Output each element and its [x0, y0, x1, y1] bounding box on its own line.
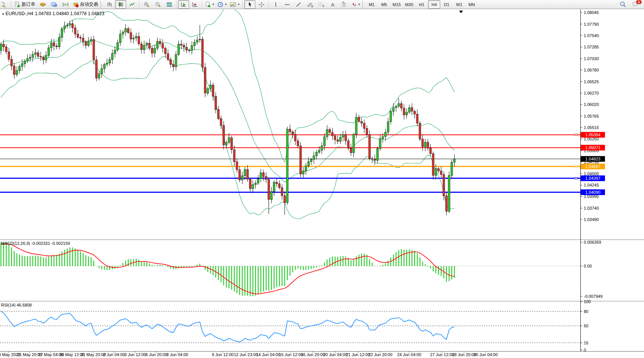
- timeframe-d1[interactable]: D1: [441, 0, 453, 9]
- signals-button[interactable]: [60, 0, 71, 9]
- navigator-button[interactable]: [48, 0, 59, 9]
- price-tick: 1.07790: [584, 22, 599, 26]
- main-toolbar: 新订单 自动交易 ▾ ▾: [0, 0, 644, 9]
- bar-chart-button[interactable]: [104, 0, 115, 9]
- macd-values: -0.002331 -0.002159: [31, 241, 70, 246]
- line-chart-icon: [129, 2, 135, 8]
- templates-button[interactable]: ▾: [228, 0, 241, 9]
- price-tick: 1.06780: [584, 68, 599, 72]
- tile-windows-button[interactable]: [164, 0, 175, 9]
- toolbar-drag-handle: [362, 1, 364, 8]
- tile-windows-icon: [166, 2, 172, 8]
- channel-icon: E: [306, 2, 313, 8]
- new-chart-icon: [205, 2, 211, 8]
- toolbar-separator: [11, 1, 11, 8]
- macd-tick: 0.00: [584, 264, 592, 268]
- search-icon: [620, 1, 626, 8]
- toolbar-right-group: 1: [617, 0, 643, 9]
- toolbar-drag-handle: [100, 1, 102, 8]
- chart-title: ▾EURUSD-,H41.04783 1.04840 1.04778 1.048…: [2, 11, 106, 16]
- line-chart-button[interactable]: [127, 0, 138, 9]
- price-tick: 1.07030: [584, 56, 599, 61]
- timeframe-m30[interactable]: M30: [403, 0, 415, 9]
- notifications-button[interactable]: 1: [630, 0, 641, 9]
- text-label-icon: T: [341, 2, 347, 8]
- crosshair-button[interactable]: [256, 0, 267, 9]
- new-order-button[interactable]: 新订单: [13, 0, 37, 9]
- arrows-button[interactable]: ▾: [350, 0, 361, 9]
- autotrading-label: 自动交易: [80, 1, 98, 8]
- toolbar-separator: [202, 1, 202, 8]
- auto-scroll-button[interactable]: [178, 0, 189, 9]
- cursor-button[interactable]: [244, 0, 255, 9]
- vertical-line-button[interactable]: [270, 0, 281, 9]
- time-tick: 22 Jun 20:00: [368, 352, 392, 357]
- time-tick: 6 Jun 20:00: [145, 352, 167, 357]
- svg-text:1.04090: 1.04090: [585, 190, 600, 195]
- time-tick: 12 Jun 23:00: [234, 352, 258, 357]
- price-tick: 1.03740: [584, 206, 599, 210]
- time-tick: 30 Jun 04:00: [474, 352, 498, 357]
- horizontal-line-button[interactable]: [281, 0, 292, 9]
- dropdown-arrow-icon: ▾: [225, 3, 227, 6]
- macd-label: MACD(12,26,9) -0.002331 -0.002159: [1, 241, 70, 246]
- toolbar-separator: [268, 1, 269, 8]
- price-tick: 1.07540: [584, 33, 599, 38]
- dropdown-arrow-icon: ▾: [358, 3, 360, 6]
- time-tick: 24 Jun 04:00: [397, 352, 421, 357]
- svg-text:E: E: [311, 5, 313, 8]
- zoom-in-button[interactable]: [141, 0, 152, 9]
- market-watch-button[interactable]: [37, 0, 48, 9]
- svg-text:1.05354: 1.05354: [585, 132, 600, 137]
- toolbar-separator: [176, 1, 177, 8]
- timeframe-m15[interactable]: M15: [391, 0, 403, 9]
- price-tick: 1.05515: [584, 125, 599, 130]
- zoom-out-button[interactable]: [152, 0, 163, 9]
- trendline-icon: [295, 2, 302, 8]
- macd-name: MACD(12,26,9): [1, 241, 30, 246]
- clipped-icon: [0, 0, 9, 9]
- chart-shift-button[interactable]: [189, 0, 200, 9]
- rsi-tick: 100: [584, 299, 591, 304]
- time-tick: 14 Jun 04:00: [256, 352, 280, 357]
- rsi-tick: 80: [584, 309, 588, 314]
- new-chart-button[interactable]: ▾: [204, 0, 216, 9]
- time-tick: 3 Jun 12:00: [124, 352, 146, 357]
- autotrading-button[interactable]: 自动交易: [71, 0, 100, 9]
- rsi-value: 46.6808: [17, 303, 32, 307]
- periods-button[interactable]: ▾: [216, 0, 228, 9]
- timeframe-mn[interactable]: MN: [466, 0, 478, 9]
- clipped-chart-icon: [2, 2, 7, 8]
- candlestick-chart-button[interactable]: [115, 0, 126, 9]
- chart-menu-icon[interactable]: ▾: [2, 12, 4, 16]
- text-label-button[interactable]: T: [338, 0, 349, 9]
- timeframe-m5[interactable]: M5: [378, 0, 390, 9]
- fibonacci-button[interactable]: F: [316, 0, 327, 9]
- price-tick: 1.06525: [584, 79, 599, 84]
- svg-text:A: A: [331, 2, 335, 8]
- chart-canvas[interactable]: 1.080451.077901.075401.072851.070301.067…: [0, 9, 644, 358]
- zoom-in-icon: [144, 2, 150, 8]
- time-tick: 15 Jun 12:00: [279, 352, 303, 357]
- search-button[interactable]: [617, 0, 628, 9]
- rsi-tick: 0: [584, 348, 586, 352]
- text-button[interactable]: A: [327, 0, 338, 9]
- horizontal-line-icon: [284, 2, 290, 8]
- svg-text:1.04657: 1.04657: [585, 164, 600, 169]
- time-tick: 27 Jun 12:00: [430, 352, 454, 357]
- equidistant-channel-button[interactable]: E: [304, 0, 315, 9]
- price-tick: 1.04245: [584, 183, 599, 187]
- trendline-button[interactable]: [293, 0, 304, 9]
- timeframe-w1[interactable]: W1: [453, 0, 465, 9]
- timeframe-m1[interactable]: M1: [366, 0, 378, 9]
- svg-text:1.04397: 1.04397: [585, 176, 600, 181]
- timeframe-h1[interactable]: H1: [416, 0, 428, 9]
- gold-book-icon: [40, 2, 46, 8]
- notification-badge: 1: [636, 0, 642, 4]
- symbol-period-label: EURUSD-,H4: [6, 11, 33, 16]
- timeframe-h4[interactable]: H4: [428, 0, 440, 9]
- price-tick: 1.06270: [584, 91, 599, 95]
- rsi-name: RSI(14): [1, 303, 16, 307]
- time-tick: 31 May 20:00: [81, 352, 106, 357]
- clock-icon: [217, 2, 224, 8]
